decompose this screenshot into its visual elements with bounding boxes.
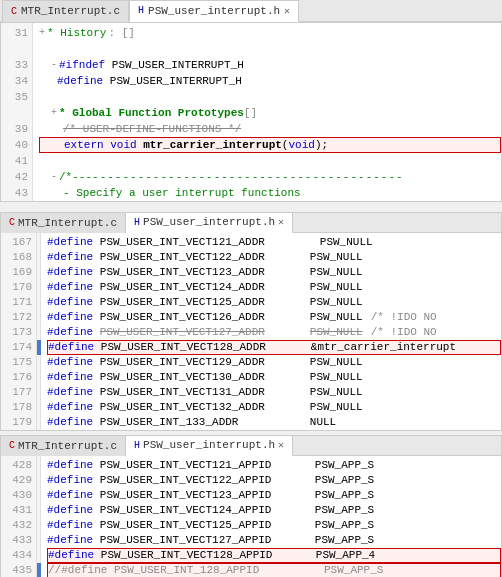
code-line-35	[39, 89, 501, 105]
pane3-tab-close[interactable]: ✕	[278, 439, 284, 451]
pane2-line-170: #define PSW_USER_INT_VECT124_ADDRPSW_NUL…	[47, 280, 501, 295]
pane2-line-167: #define PSW_USER_INT_VECT121_ADDRPSW_NUL…	[47, 235, 501, 250]
pane2-tab-psw[interactable]: H PSW_user_interrupt.h ✕	[126, 213, 293, 233]
pane3-line-428: #define PSW_USER_INT_VECT121_APPIDPSW_AP…	[47, 458, 501, 473]
pane1-code-lines: + * History : [] - #ifndef PSW_USER_INTE…	[33, 23, 501, 201]
code-line-34: #define PSW_USER_INTERRUPT_H	[39, 73, 501, 89]
tab-close-1[interactable]: ✕	[284, 5, 290, 17]
pane3-code-lines: #define PSW_USER_INT_VECT121_APPIDPSW_AP…	[41, 456, 501, 577]
pane3-tab-psw-label: PSW_user_interrupt.h	[143, 439, 275, 451]
pane3-tab-psw[interactable]: H PSW_user_interrupt.h ✕	[126, 436, 293, 456]
file-icon-h-1: H	[138, 5, 144, 16]
pane2-tab-bar: C MTR_Interrupt.c H PSW_user_interrupt.h…	[1, 213, 501, 233]
pane3-line-435: //#define PSW_USER_INT_128_APPIDPSW_APP_…	[47, 563, 501, 577]
tab-mtr-interrupt-1[interactable]: C MTR_Interrupt.c	[2, 0, 129, 22]
pane2-tab-psw-label: PSW_user_interrupt.h	[143, 216, 275, 228]
pane3-container: C MTR_Interrupt.c H PSW_user_interrupt.h…	[0, 435, 502, 577]
pane1-line-numbers: 31 33 34 35 39 40 41 42 43	[1, 23, 33, 201]
collapse-icon-33[interactable]: -	[51, 57, 57, 73]
pane1-code-area: 31 33 34 35 39 40 41 42 43 + * History :…	[1, 23, 501, 201]
pane2-line-179: #define PSW_USER_INT_133_ADDRNULL	[47, 415, 501, 430]
code-line-42: - /*------------------------------------…	[39, 169, 501, 185]
collapse-icon-31[interactable]: +	[39, 25, 45, 41]
pane2-code-area: 167 168 169 170 171 172 173 174 175 176 …	[1, 233, 501, 430]
pane2-line-168: #define PSW_USER_INT_VECT122_ADDRPSW_NUL…	[47, 250, 501, 265]
file-icon-c-1: C	[11, 6, 17, 17]
pane2-marker-col	[37, 233, 41, 430]
pane2-panel: C MTR_Interrupt.c H PSW_user_interrupt.h…	[0, 212, 502, 431]
pane2-line-169: #define PSW_USER_INT_VECT123_ADDRPSW_NUL…	[47, 265, 501, 280]
file-icon-h-3: H	[134, 440, 140, 451]
tab-label-psw-1: PSW_user_interrupt.h	[148, 5, 280, 17]
code-line-blank1	[39, 41, 501, 57]
pane3-line-429: #define PSW_USER_INT_VECT122_APPIDPSW_AP…	[47, 473, 501, 488]
pane2-line-172: #define PSW_USER_INT_VECT126_ADDRPSW_NUL…	[47, 310, 501, 325]
pane2-tab-mtr-label: MTR_Interrupt.c	[18, 217, 117, 229]
pane3-code-area: 428 429 430 431 432 433 434 435 436 437 …	[1, 456, 501, 577]
pane2-tab-close[interactable]: ✕	[278, 216, 284, 228]
pane2-line-numbers: 167 168 169 170 171 172 173 174 175 176 …	[1, 233, 37, 430]
pane3-tab-mtr[interactable]: C MTR_Interrupt.c	[1, 436, 126, 456]
pane3-panel: C MTR_Interrupt.c H PSW_user_interrupt.h…	[0, 435, 502, 577]
file-icon-c-2: C	[9, 217, 15, 228]
file-icon-h-2: H	[134, 217, 140, 228]
code-line-39: /* USER-DEFINE-FUNCTIONS */	[39, 121, 501, 137]
pane2-marker-174	[37, 340, 41, 355]
code-line-gfp: + * Global Function Prototypes []	[39, 105, 501, 121]
pane3-line-432: #define PSW_USER_INT_VECT125_APPIDPSW_AP…	[47, 518, 501, 533]
file-icon-c-3: C	[9, 440, 15, 451]
pane2-line-171: #define PSW_USER_INT_VECT125_ADDRPSW_NUL…	[47, 295, 501, 310]
code-line-43: - Specify a user interrupt functions	[39, 185, 501, 201]
pane3-line-430: #define PSW_USER_INT_VECT123_APPIDPSW_AP…	[47, 488, 501, 503]
pane2-line-173: #define PSW_USER_INT_VECT127_ADDRPSW_NUL…	[47, 325, 501, 340]
pane2-container: C MTR_Interrupt.c H PSW_user_interrupt.h…	[0, 212, 502, 431]
tab-label-mtr-1: MTR_Interrupt.c	[21, 5, 120, 17]
code-line-41	[39, 153, 501, 169]
pane3-line-numbers: 428 429 430 431 432 433 434 435 436 437 …	[1, 456, 37, 577]
pane3-line-431: #define PSW_USER_INT_VECT124_APPIDPSW_AP…	[47, 503, 501, 518]
pane2-code-lines: #define PSW_USER_INT_VECT121_ADDRPSW_NUL…	[41, 233, 501, 430]
code-line-40: extern void mtr_carrier_interrupt(void);	[39, 137, 501, 153]
tab-psw-interrupt-1[interactable]: H PSW_user_interrupt.h ✕	[129, 0, 299, 22]
code-line-31: + * History : []	[39, 25, 501, 41]
pane3-marker-435	[37, 563, 41, 577]
pane3-line-433: #define PSW_USER_INT_VECT127_APPIDPSW_AP…	[47, 533, 501, 548]
pane1-tab-bar: C MTR_Interrupt.c H PSW_user_interrupt.h…	[0, 0, 502, 22]
collapse-icon-42[interactable]: -	[51, 169, 57, 185]
pane2-line-174: #define PSW_USER_INT_VECT128_ADDR&mtr_ca…	[47, 340, 501, 355]
pane1-editor: 31 33 34 35 39 40 41 42 43 + * History :…	[0, 22, 502, 202]
pane2-line-176: #define PSW_USER_INT_VECT130_ADDRPSW_NUL…	[47, 370, 501, 385]
pane2-tab-mtr[interactable]: C MTR_Interrupt.c	[1, 213, 126, 233]
pane2-line-175: #define PSW_USER_INT_VECT129_ADDRPSW_NUL…	[47, 355, 501, 370]
pane2-line-177: #define PSW_USER_INT_VECT131_ADDRPSW_NUL…	[47, 385, 501, 400]
pane1-container: C MTR_Interrupt.c H PSW_user_interrupt.h…	[0, 0, 502, 202]
code-line-33: - #ifndef PSW_USER_INTERRUPT_H	[39, 57, 501, 73]
collapse-icon-gfp[interactable]: +	[51, 105, 57, 121]
pane3-tab-bar: C MTR_Interrupt.c H PSW_user_interrupt.h…	[1, 436, 501, 456]
pane3-line-434: #define PSW_USER_INT_VECT128_APPIDPSW_AP…	[47, 548, 501, 563]
pane3-marker-col	[37, 456, 41, 577]
pane3-tab-mtr-label: MTR_Interrupt.c	[18, 440, 117, 452]
pane2-line-178: #define PSW_USER_INT_VECT132_ADDRPSW_NUL…	[47, 400, 501, 415]
